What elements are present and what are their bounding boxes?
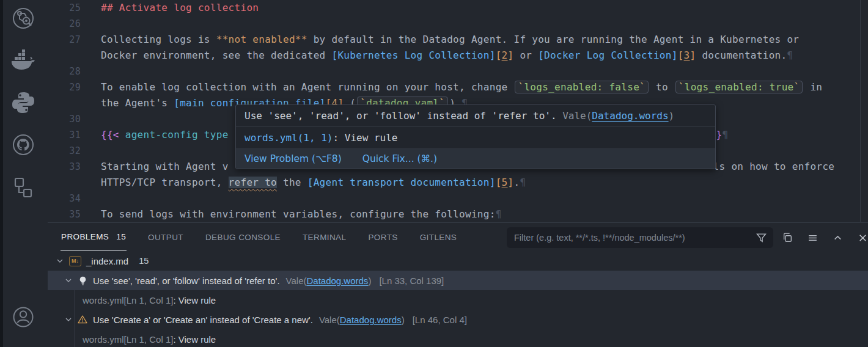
line-number: 27 xyxy=(48,32,81,48)
line-number: 34 xyxy=(48,191,81,206)
editor-line: 35To send logs with environment variable… xyxy=(48,206,868,222)
code-segment: logs_enabled: true xyxy=(685,81,794,93)
editor-line: HTTPS/TCP transport, refer to the [Agent… xyxy=(48,175,868,191)
source-rule-link[interactable]: Datadog.words xyxy=(340,315,402,325)
markdown-file-icon: M↓ xyxy=(69,256,81,266)
code-segment: 5 xyxy=(502,177,508,188)
code-segment: [ xyxy=(678,49,684,61)
close-icon[interactable] xyxy=(856,232,868,244)
code-segment: . xyxy=(513,177,520,188)
copy-icon[interactable] xyxy=(781,232,793,244)
editor-line: 29To enable log collection with an Agent… xyxy=(48,79,868,95)
github-icon[interactable] xyxy=(9,130,38,159)
code-segment: {{< xyxy=(101,129,119,141)
view-problem-action[interactable]: View Problem (⌥F8) xyxy=(245,153,342,164)
problem-detail-row[interactable]: words.yml[Ln 1, Col 1]: View rule xyxy=(48,329,868,347)
line-number: 29 xyxy=(48,79,81,95)
code-segment: HTTPS/TCP transport, xyxy=(101,177,229,188)
code-segment: ] xyxy=(508,177,514,188)
hover-message-row: Use 'see', 'read', or 'follow' instead o… xyxy=(236,105,715,127)
activity-bar xyxy=(0,0,48,347)
window-edge xyxy=(0,0,3,347)
problems-filter xyxy=(507,227,773,248)
git-graph-icon[interactable] xyxy=(9,4,38,33)
line-number: 26 xyxy=(48,16,81,32)
chevron-up-icon[interactable] xyxy=(831,232,844,244)
hover-rule-row: words.yml(1, 1): View rule xyxy=(236,127,715,149)
line-number: 35 xyxy=(48,206,81,222)
code-segment: in xyxy=(804,81,822,93)
editor-scrollbar[interactable] xyxy=(860,0,861,222)
filter-icon[interactable] xyxy=(755,232,767,244)
code-segment: ¶ xyxy=(722,129,728,141)
code-segment: Collecting logs is xyxy=(101,34,216,45)
chevron-down-icon[interactable] xyxy=(64,276,73,285)
account-icon[interactable] xyxy=(9,302,38,332)
tab-terminal[interactable]: TERMINAL xyxy=(302,223,347,251)
code-segment: To enable log collection with an Agent r… xyxy=(101,81,513,93)
bottom-panel: PROBLEMS15OUTPUTDEBUG CONSOLETERMINALPOR… xyxy=(48,222,868,347)
tab-label: GITLENS xyxy=(420,233,457,242)
problems-file-row[interactable]: M↓_index.md15 xyxy=(48,251,868,271)
line-number: 25 xyxy=(48,0,81,16)
tab-output[interactable]: OUTPUT xyxy=(147,223,184,251)
line-number: 31 xyxy=(48,127,81,143)
tab-debug-console[interactable]: DEBUG CONSOLE xyxy=(205,223,281,251)
code-segment: Docker environment, see the dedicated xyxy=(101,49,331,61)
hover-source-suffix: ) xyxy=(669,110,675,122)
tab-gitlens[interactable]: GITLENS xyxy=(419,223,458,251)
code-segment: [Kubernetes Log Collection] xyxy=(331,49,495,61)
code-segment: or xyxy=(513,49,538,61)
problem-position: [Ln 33, Col 139] xyxy=(379,276,444,286)
problem-row[interactable]: Use 'see', 'read', or 'follow' instead o… xyxy=(48,271,868,290)
code-segment: ` xyxy=(518,81,524,93)
code-segment: logs_enabled: false xyxy=(524,81,639,93)
source-rule-link[interactable]: Datadog.words xyxy=(306,276,368,286)
problems-tree: M↓_index.md15Use 'see', 'read', or 'foll… xyxy=(48,251,868,347)
code-segment: agent-config type xyxy=(119,129,229,141)
hover-source-link[interactable]: Datadog.words xyxy=(592,110,668,122)
problem-row[interactable]: Use 'Create a' or 'Create an' instead of… xyxy=(48,310,868,329)
editor-line: Docker environment, see the dedicated [K… xyxy=(48,48,868,64)
problem-message: Use 'Create a' or 'Create an' instead of… xyxy=(93,315,313,325)
quick-fix-action[interactable]: Quick Fix... (⌘.) xyxy=(362,153,437,164)
problem-detail-row[interactable]: words.yml[Ln 1, Col 1]: View rule xyxy=(48,290,868,310)
hover-message: Use 'see', 'read', or 'follow' instead o… xyxy=(245,110,562,122)
code-segment xyxy=(229,169,713,170)
flagged-phrase: refer to xyxy=(229,177,277,188)
file-name: _index.md xyxy=(86,256,128,266)
project-hierarchy-icon[interactable] xyxy=(9,173,38,202)
line-content: To send logs with environment variables,… xyxy=(101,206,502,222)
editor-line: 28 xyxy=(48,64,868,79)
tab-ports[interactable]: PORTS xyxy=(367,223,398,251)
tab-label: PORTS xyxy=(368,233,397,242)
detail-action: : View rule xyxy=(173,295,216,305)
python-icon[interactable] xyxy=(9,88,38,117)
line-number: 33 xyxy=(48,159,81,175)
chevron-down-icon[interactable] xyxy=(55,256,65,266)
hover-source-prefix: Vale( xyxy=(562,110,592,122)
warning-icon xyxy=(78,315,87,324)
problem-message: Use 'see', 'read', or 'follow' instead o… xyxy=(93,276,280,286)
code-segment: documentation. xyxy=(696,49,787,61)
line-number: 30 xyxy=(48,111,81,127)
chevron-down-icon[interactable] xyxy=(64,315,73,324)
view-as-list-icon[interactable] xyxy=(806,232,818,244)
lightbulb-icon xyxy=(78,276,87,285)
source-prefix: Vale( xyxy=(319,315,340,325)
tab-problems[interactable]: PROBLEMS15 xyxy=(61,223,127,251)
line-content: HTTPS/TCP transport, refer to the [Agent… xyxy=(101,175,526,191)
hover-rule-text: : View rule xyxy=(333,132,398,144)
tab-label: DEBUG CONSOLE xyxy=(205,233,281,242)
hover-rule-link[interactable]: words.yml(1, 1) xyxy=(245,132,333,144)
code-segment: 2 xyxy=(502,49,508,61)
vscode-window: { "colors": { "accent_blue": "#61afef", … xyxy=(0,0,868,347)
docker-icon[interactable] xyxy=(9,45,38,75)
filter-input[interactable] xyxy=(513,232,755,243)
tree-indent-guide xyxy=(75,290,75,347)
inline-code: `logs_enabled: false` xyxy=(515,81,649,93)
code-segment: ` xyxy=(794,81,800,93)
tab-count-badge: 15 xyxy=(116,232,126,241)
problem-position: [Ln 46, Col 4] xyxy=(413,315,467,325)
diagnostic-hover: Use 'see', 'read', or 'follow' instead o… xyxy=(235,104,716,169)
